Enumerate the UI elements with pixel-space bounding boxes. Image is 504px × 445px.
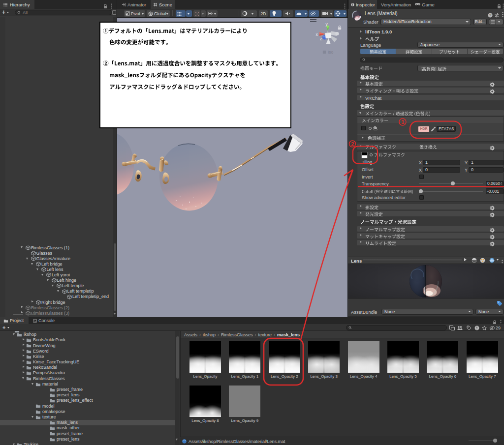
svg-text:x: x bbox=[316, 32, 318, 37]
svg-text:?: ? bbox=[489, 13, 491, 17]
svg-text:z: z bbox=[320, 36, 322, 41]
